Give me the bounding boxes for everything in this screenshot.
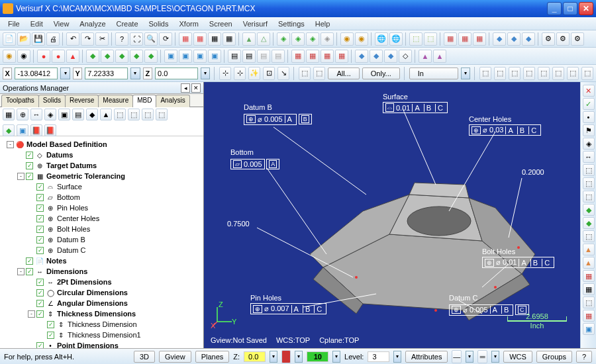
menu-screen[interactable]: Screen bbox=[205, 19, 236, 29]
t2-2-icon[interactable]: ◉ bbox=[17, 50, 30, 63]
status-wcs-button[interactable]: WCS bbox=[503, 351, 532, 363]
t2-3-icon[interactable]: ● bbox=[37, 50, 50, 63]
menu-analyze[interactable]: Analyze bbox=[75, 19, 109, 29]
tree-checkbox[interactable]: ✓ bbox=[47, 321, 54, 328]
rt-17-icon[interactable]: ▣ bbox=[583, 323, 595, 335]
rot2-icon[interactable]: ◉ bbox=[355, 32, 368, 46]
t2-13-icon[interactable]: ▣ bbox=[193, 50, 207, 63]
tree-checkbox[interactable]: ✓ bbox=[26, 173, 33, 180]
view4-icon[interactable]: ▦ bbox=[223, 32, 236, 46]
rt-delete-icon[interactable]: ✕ bbox=[583, 85, 595, 97]
tree-expander[interactable]: - bbox=[28, 310, 35, 318]
grid1-icon[interactable]: ▦ bbox=[444, 32, 457, 46]
menu-edit[interactable]: Edit bbox=[26, 19, 47, 29]
t2-8-icon[interactable]: ◆ bbox=[115, 50, 128, 63]
rt-6-icon[interactable]: ⬚ bbox=[583, 177, 595, 189]
s5-icon[interactable]: ⬚ bbox=[538, 67, 550, 80]
status-groups-button[interactable]: Groups bbox=[536, 351, 572, 363]
redo-icon[interactable]: ↷ bbox=[81, 32, 94, 46]
status-level-input[interactable]: 3 bbox=[368, 351, 389, 362]
tree-item[interactable]: -🔴Model Based Definition bbox=[1, 139, 202, 150]
in-dropdown[interactable]: ▾ bbox=[461, 68, 470, 79]
globe-icon[interactable]: 🌐 bbox=[375, 32, 388, 46]
cube2-icon[interactable]: ◈ bbox=[291, 32, 305, 46]
tree-checkbox[interactable]: ✓ bbox=[36, 279, 44, 286]
filter-all-button[interactable]: All... bbox=[328, 68, 359, 79]
x-input[interactable]: -13.08412 bbox=[15, 68, 58, 79]
ot5-icon[interactable]: ▣ bbox=[58, 109, 70, 120]
menu-help[interactable]: Help bbox=[311, 19, 334, 29]
s2-icon[interactable]: ⬚ bbox=[494, 67, 506, 80]
ot14-icon[interactable]: ▣ bbox=[17, 124, 28, 136]
t2-24-icon[interactable]: ◆ bbox=[370, 50, 383, 63]
status-attrs-button[interactable]: Attributes bbox=[405, 351, 448, 363]
tree-checkbox[interactable]: ✓ bbox=[36, 205, 44, 212]
tree-checkbox[interactable]: ✓ bbox=[36, 215, 44, 222]
filter-in-select[interactable]: In bbox=[409, 68, 458, 79]
t2-20-icon[interactable]: ▦ bbox=[306, 50, 319, 63]
tree-expander[interactable]: - bbox=[17, 173, 25, 180]
ot2-icon[interactable]: ⊕ bbox=[17, 109, 28, 120]
rt-check-icon[interactable]: ✓ bbox=[583, 98, 595, 110]
ot16-icon[interactable]: 📕 bbox=[44, 124, 56, 136]
t2-18-icon[interactable]: ▤ bbox=[272, 50, 285, 63]
tree-item[interactable]: ✓∠Angular Dimensions bbox=[1, 298, 202, 308]
snap4-icon[interactable]: ⊡ bbox=[263, 67, 275, 80]
tree-item[interactable]: ✓↔2Pt Dimensions bbox=[1, 277, 202, 287]
solid1-icon[interactable]: ◆ bbox=[493, 32, 506, 46]
ops-close-button[interactable]: ✕ bbox=[191, 83, 201, 93]
tree-item[interactable]: ✓⇕Thickness Dimension1 bbox=[1, 330, 202, 340]
x-dropdown[interactable]: ▾ bbox=[60, 68, 70, 79]
y-dropdown[interactable]: ▾ bbox=[130, 68, 140, 79]
t2-23-icon[interactable]: ◆ bbox=[355, 50, 368, 63]
tree-item[interactable]: ✓⌓Surface bbox=[1, 181, 202, 192]
cube3-icon[interactable]: ◈ bbox=[306, 32, 319, 46]
status-z-input[interactable]: 0.0 bbox=[244, 351, 266, 362]
rot1-icon[interactable]: ◉ bbox=[340, 32, 354, 46]
menu-create[interactable]: Create bbox=[113, 19, 142, 29]
tree-checkbox[interactable]: ✓ bbox=[36, 342, 44, 349]
t2-12-icon[interactable]: ▣ bbox=[179, 50, 192, 63]
cube1-icon[interactable]: ◈ bbox=[277, 32, 290, 46]
t2-1-icon[interactable]: ◉ bbox=[3, 50, 16, 63]
status-z-dd[interactable]: ▾ bbox=[270, 351, 277, 363]
tree-item[interactable]: ✓◯Circular Dimensions bbox=[1, 287, 202, 298]
ot12-icon[interactable]: ⬚ bbox=[156, 109, 168, 120]
s6-icon[interactable]: ⬚ bbox=[552, 67, 564, 80]
tab-toolpaths[interactable]: Toolpaths bbox=[1, 95, 39, 107]
ot7-icon[interactable]: ◆ bbox=[86, 109, 98, 120]
tab-measure[interactable]: Measure bbox=[98, 95, 133, 107]
menu-solids[interactable]: Solids bbox=[145, 19, 173, 29]
rt-15-icon[interactable]: ⬚ bbox=[583, 296, 595, 308]
status-line-dd[interactable]: ▾ bbox=[466, 351, 473, 363]
solid3-icon[interactable]: ◆ bbox=[522, 32, 535, 46]
misc3-icon[interactable]: ⚙ bbox=[571, 32, 584, 46]
menu-xform[interactable]: Xform bbox=[175, 19, 203, 29]
s4-icon[interactable]: ⬚ bbox=[523, 67, 535, 80]
view-icon[interactable]: ▦ bbox=[179, 32, 192, 46]
t2-21-icon[interactable]: ▦ bbox=[321, 50, 334, 63]
tree-item[interactable]: ✓•Point Dimensions bbox=[1, 340, 202, 348]
zoom-window-icon[interactable]: 🔍 bbox=[144, 32, 158, 46]
tree-item[interactable]: -✓⇕Thickness Dimensions bbox=[1, 308, 202, 319]
view2-icon[interactable]: ▦ bbox=[193, 32, 207, 46]
menu-verisurf[interactable]: Verisurf bbox=[239, 19, 272, 29]
tree-checkbox[interactable]: ✓ bbox=[26, 268, 33, 275]
tab-mbd[interactable]: MBD bbox=[132, 95, 156, 107]
misc2-icon[interactable]: ⚙ bbox=[556, 32, 570, 46]
tree-checkbox[interactable]: ✓ bbox=[36, 183, 44, 191]
tree-item[interactable]: ✓⊕Datum C bbox=[1, 245, 202, 255]
tree-item[interactable]: ✓▱Bottom bbox=[1, 192, 202, 203]
ot4-icon[interactable]: ◈ bbox=[44, 109, 56, 120]
t2-15-icon[interactable]: ▤ bbox=[228, 50, 241, 63]
t2-11-icon[interactable]: ▣ bbox=[164, 50, 177, 63]
status-help-button[interactable]: ? bbox=[576, 351, 592, 363]
tree-item[interactable]: ✓⊕Pin Holes bbox=[1, 203, 202, 213]
close-button[interactable]: ✕ bbox=[579, 2, 593, 15]
tree-checkbox[interactable]: ✓ bbox=[36, 289, 44, 296]
status-gview-button[interactable]: Gview bbox=[159, 351, 191, 363]
tree-checkbox[interactable]: ✓ bbox=[26, 257, 33, 265]
status-lvlbox-dd[interactable]: ▾ bbox=[332, 351, 340, 363]
t2-5-icon[interactable]: ▲ bbox=[66, 50, 79, 63]
t2-6-icon[interactable]: ◆ bbox=[86, 50, 99, 63]
